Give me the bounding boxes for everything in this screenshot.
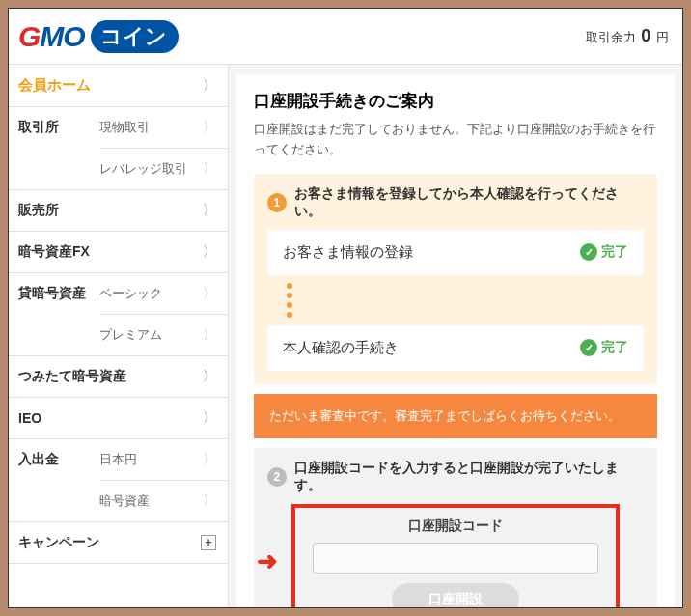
sidebar-item-label: 会員ホーム [18, 76, 91, 95]
step-connector-dots-icon [267, 275, 644, 325]
step-1-header: 1 お客さま情報を登録してから本人確認を行ってください。 [267, 185, 644, 220]
sidebar-sub-label: 暗号資産 [99, 492, 150, 510]
sidebar-item-exchange[interactable]: 取引所 [9, 107, 99, 189]
chevron-right-icon: 〉 [203, 326, 216, 344]
step-1-box: 1 お客さま情報を登録してから本人確認を行ってください。 お客さま情報の登録 ✓… [254, 174, 657, 384]
sidebar-item-tsumitate[interactable]: つみたて暗号資産 〉 [9, 356, 228, 398]
plus-icon: + [201, 535, 216, 550]
app-window: GMO コイン 取引余力 0 円 会員ホーム 〉 取引所 現物取引 〉 [8, 8, 683, 608]
sidebar-sub-label: レバレッジ取引 [99, 160, 187, 178]
sidebar-item-campaign[interactable]: キャンペーン + [9, 522, 228, 564]
status-text: 完了 [601, 243, 628, 261]
step-2-header: 2 口座開設コードを入力すると口座開設が完了いたします。 [267, 460, 644, 494]
logo[interactable]: GMO コイン [18, 20, 179, 53]
code-entry-highlight: ➜ 口座開設コード 口座開設 [291, 504, 620, 607]
sidebar-item-label: IEO [18, 410, 41, 426]
chevron-right-icon: 〉 [203, 492, 216, 510]
status-complete: ✓ 完了 [580, 243, 628, 261]
sidebar-sub-premium[interactable]: プレミアム 〉 [99, 315, 228, 355]
chevron-right-icon: 〉 [203, 202, 216, 219]
sidebar-item-label: 貸暗号資産 [18, 285, 86, 302]
open-account-button[interactable]: 口座開設 [392, 583, 519, 607]
substep-label: 本人確認の手続き [283, 339, 399, 357]
main-content: 口座開設手続きのご案内 口座開設はまだ完了しておりません。下記より口座開設のお手… [229, 65, 682, 607]
trading-balance: 取引余力 0 円 [586, 26, 669, 46]
body: 会員ホーム 〉 取引所 現物取引 〉 レバレッジ取引 〉 [9, 65, 682, 607]
sidebar-sub-label: 現物取引 [99, 119, 150, 136]
sidebar-sub-label: ベーシック [99, 285, 162, 302]
sidebar-sub-basic[interactable]: ベーシック 〉 [99, 273, 228, 315]
step-2-box: 2 口座開設コードを入力すると口座開設が完了いたします。 ➜ 口座開設コード 口… [254, 448, 657, 607]
step-number-badge: 2 [267, 467, 287, 487]
sidebar-item-ieo[interactable]: IEO 〉 [9, 398, 228, 439]
substep-customer-info[interactable]: お客さま情報の登録 ✓ 完了 [267, 230, 644, 275]
header: GMO コイン 取引余力 0 円 [9, 9, 682, 65]
logo-text: GMO [18, 20, 85, 53]
review-notice: ただいま審査中です。審査完了までしばらくお待ちください。 [254, 394, 657, 438]
balance-label: 取引余力 [586, 30, 636, 44]
chevron-right-icon: 〉 [203, 368, 216, 385]
balance-unit: 円 [656, 30, 669, 44]
sidebar-item-lend[interactable]: 貸暗号資産 [9, 273, 99, 355]
sidebar: 会員ホーム 〉 取引所 現物取引 〉 レバレッジ取引 〉 [9, 65, 229, 607]
sidebar-item-home[interactable]: 会員ホーム 〉 [9, 65, 228, 107]
arrow-right-icon: ➜ [257, 546, 278, 576]
check-icon: ✓ [580, 339, 597, 356]
sidebar-item-label: 取引所 [18, 119, 59, 136]
check-icon: ✓ [580, 243, 597, 261]
sidebar-item-label: 販売所 [18, 202, 59, 219]
chevron-right-icon: 〉 [203, 119, 216, 136]
sidebar-sub-label: プレミアム [99, 326, 162, 344]
panel-title: 口座開設手続きのご案内 [254, 90, 657, 112]
sidebar-item-sales[interactable]: 販売所 〉 [9, 190, 228, 232]
sidebar-group-exchange: 取引所 現物取引 〉 レバレッジ取引 〉 [9, 107, 228, 190]
chevron-right-icon: 〉 [203, 243, 216, 261]
sidebar-group-lend: 貸暗号資産 ベーシック 〉 プレミアム 〉 [9, 273, 228, 356]
step-number-badge: 1 [267, 193, 287, 212]
substep-label: お客さま情報の登録 [283, 243, 413, 262]
account-code-input[interactable] [313, 543, 598, 574]
sidebar-item-label: 入出金 [18, 451, 59, 468]
sidebar-item-label: 暗号資産FX [18, 243, 90, 261]
sidebar-sub-leverage[interactable]: レバレッジ取引 〉 [99, 149, 228, 189]
balance-value: 0 [641, 26, 650, 45]
step-2-title: 口座開設コードを入力すると口座開設が完了いたします。 [294, 460, 644, 494]
sidebar-item-cryptofx[interactable]: 暗号資産FX 〉 [9, 232, 228, 273]
account-opening-panel: 口座開設手続きのご案内 口座開設はまだ完了しておりません。下記より口座開設のお手… [236, 74, 675, 607]
chevron-right-icon: 〉 [203, 160, 216, 178]
chevron-right-icon: 〉 [203, 77, 216, 95]
sidebar-item-label: つみたて暗号資産 [18, 368, 126, 385]
sidebar-item-deposit[interactable]: 入出金 [9, 439, 99, 521]
sidebar-item-label: キャンペーン [18, 534, 99, 551]
substep-identity-verify[interactable]: 本人確認の手続き ✓ 完了 [267, 325, 644, 371]
sidebar-sub-spot[interactable]: 現物取引 〉 [99, 107, 228, 149]
chevron-right-icon: 〉 [203, 409, 216, 427]
step-1-title: お客さま情報を登録してから本人確認を行ってください。 [294, 185, 644, 220]
logo-coin: コイン [91, 20, 179, 53]
sidebar-sub-crypto[interactable]: 暗号資産 〉 [99, 481, 228, 521]
status-complete: ✓ 完了 [580, 339, 628, 356]
sidebar-group-deposit: 入出金 日本円 〉 暗号資産 〉 [9, 439, 228, 522]
sidebar-sub-label: 日本円 [99, 451, 137, 468]
sidebar-sub-jpy[interactable]: 日本円 〉 [99, 439, 228, 481]
code-input-label: 口座開設コード [313, 518, 598, 535]
panel-description: 口座開設はまだ完了しておりません。下記より口座開設のお手続きを行ってください。 [254, 120, 657, 160]
chevron-right-icon: 〉 [203, 451, 216, 468]
status-text: 完了 [601, 339, 628, 356]
chevron-right-icon: 〉 [203, 285, 216, 302]
